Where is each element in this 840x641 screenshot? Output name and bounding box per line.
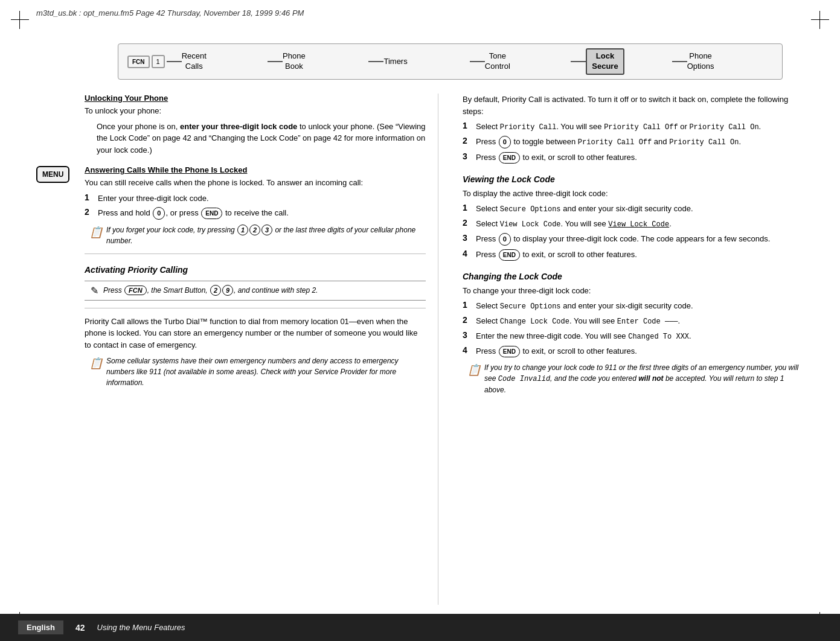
nav-seg-lock-secure[interactable]: LockSecure (586, 48, 672, 75)
content-area: MENU Unlocking Your Phone To unlock your… (36, 94, 804, 605)
step-change-1: 1 Select Secure Options and enter your s… (463, 300, 804, 312)
step-change-3: 3 Enter the new three-digit code. You wi… (463, 330, 804, 342)
step-view-text-4: Press END to exit, or scroll to other fe… (476, 249, 804, 261)
nav-connector-1 (167, 61, 182, 62)
heading-answering-locked: Answering Calls While the Phone Is Locke… (85, 165, 426, 174)
step-view-text-3: Press 0 to display your three-digit lock… (476, 233, 804, 246)
step-view-4: 4 Press END to exit, or scroll to other … (463, 249, 804, 261)
divider-1 (85, 254, 426, 254)
para-priority-desc: Priority Call allows the Turbo Dial™ fun… (85, 316, 426, 351)
heading-unlocking: Unlocking Your Phone (85, 94, 426, 103)
para-answering-intro: You can still receive calls when the pho… (85, 177, 426, 189)
left-sidebar: MENU (36, 94, 66, 605)
nav-connector-4 (470, 61, 485, 62)
para-viewing-intro: To display the active three-digit lock c… (463, 188, 804, 200)
para-priority-default: By default, Priority Call is activated. … (463, 94, 804, 117)
step-change-num-3: 3 (463, 330, 476, 340)
heading-viewing-lock: Viewing the Lock Code (463, 174, 804, 184)
step-view-2: 2 Select View Lock Code. You will see Vi… (463, 218, 804, 230)
nav-connector-3 (368, 61, 383, 62)
nav-label-lock-secure: LockSecure (586, 48, 624, 75)
footer-bar: English 42 Using the Menu Features (0, 614, 840, 641)
nav-icon-1: 1 (152, 55, 165, 68)
nav-seg-phone-book[interactable]: PhoneBook (283, 51, 368, 72)
step-right-num-2: 2 (463, 136, 476, 145)
corner-mark-tl (11, 11, 29, 29)
nav-connector-5 (571, 61, 586, 62)
corner-mark-tr (811, 11, 829, 29)
step-change-text-4: Press END to exit, or scroll to other fe… (476, 345, 804, 357)
footer-page-label: Using the Menu Features (97, 623, 185, 632)
nav-seg-recent-calls[interactable]: RecentCalls (182, 51, 268, 72)
step-view-num-1: 1 (463, 203, 476, 212)
nav-icon-group: FCN 1 (127, 55, 167, 68)
step-view-3: 3 Press 0 to display your three-digit lo… (463, 233, 804, 246)
nav-label-phone-book: PhoneBook (283, 51, 306, 72)
step-left-2: 2 Press and hold 0, or press END to rece… (85, 207, 426, 220)
heading-changing-lock: Changing the Lock Code (463, 272, 804, 281)
nav-connector-6 (672, 61, 687, 62)
step-view-num-2: 2 (463, 218, 476, 228)
nav-connector-2 (268, 61, 283, 62)
nav-seg-tone-control[interactable]: ToneControl (485, 51, 571, 72)
note-icon-3: 📋 (467, 362, 481, 378)
note-lock-code-forgot: 📋 If you forget your lock code, try pres… (85, 225, 426, 246)
step-view-num-3: 3 (463, 233, 476, 243)
step-view-1: 1 Select Secure Options and enter your s… (463, 203, 804, 215)
step-change-num-2: 2 (463, 315, 476, 325)
nav-label-recent-calls: RecentCalls (182, 51, 207, 72)
step-change-text-1: Select Secure Options and enter your six… (476, 300, 804, 312)
note-emergency: 📋 Some cellular systems have their own e… (85, 356, 426, 388)
step-text-2: Press and hold 0, or press END to receiv… (98, 207, 426, 220)
step-left-1: 1 Enter your three-digit lock code. (85, 193, 426, 205)
note-lock-911: 📋 If you try to change your lock code to… (463, 362, 804, 395)
step-right-1: 1 Select Priority Call. You will see Pri… (463, 121, 804, 133)
step-view-text-2: Select View Lock Code. You will see View… (476, 218, 804, 230)
step-change-num-1: 1 (463, 300, 476, 310)
nav-label-phone-options: PhoneOptions (687, 51, 714, 72)
step-change-text-3: Enter the new three-digit code. You will… (476, 330, 804, 342)
para-changing-intro: To change your three-digit lock code: (463, 285, 804, 297)
step-text-1: Enter your three-digit lock code. (98, 193, 426, 205)
step-view-num-4: 4 (463, 249, 476, 258)
step-change-text-2: Select Change Lock Code. You will see En… (476, 315, 804, 327)
step-change-4: 4 Press END to exit, or scroll to other … (463, 345, 804, 357)
nav-seg-phone-options[interactable]: PhoneOptions (687, 51, 773, 72)
press-icon: ✎ (91, 285, 98, 296)
nav-icon-fcn: FCN (127, 56, 150, 68)
footer-page-number: 42 (75, 623, 85, 633)
nav-seg-timers[interactable]: Timers (383, 57, 469, 67)
nav-label-timers: Timers (383, 57, 407, 67)
step-right-2: 2 Press 0 to toggle between Priority Cal… (463, 136, 804, 148)
left-column: Unlocking Your Phone To unlock your phon… (85, 94, 438, 605)
footer-language: English (18, 620, 63, 634)
para-unlock-intro: To unlock your phone: (85, 105, 426, 117)
menu-button[interactable]: MENU (36, 166, 69, 183)
navigation-bar: FCN 1 RecentCalls PhoneBook Timers ToneC… (118, 43, 783, 80)
step-right-num-1: 1 (463, 121, 476, 130)
divider-2 (85, 308, 426, 308)
para-unlock-detail: Once your phone is on, enter your three-… (97, 121, 426, 156)
right-column: By default, Priority Call is activated. … (457, 94, 804, 605)
step-change-2: 2 Select Change Lock Code. You will see … (463, 315, 804, 327)
step-right-num-3: 3 (463, 151, 476, 161)
note-icon: 📋 (89, 225, 103, 241)
nav-label-tone-control: ToneControl (485, 51, 510, 72)
step-view-text-1: Select Secure Options and enter your six… (476, 203, 804, 215)
step-change-num-4: 4 (463, 345, 476, 355)
step-right-text-1: Select Priority Call. You will see Prior… (476, 121, 804, 133)
step-right-3: 3 Press END to exit, or scroll to other … (463, 151, 804, 164)
heading-priority-calling: Activating Priority Calling (85, 265, 426, 275)
file-header: m3td_us.bk : opt_menu.fm5 Page 42 Thursd… (36, 8, 304, 18)
note-icon-2: 📋 (89, 356, 103, 372)
step-right-text-3: Press END to exit, or scroll to other fe… (476, 151, 804, 164)
press-text: Press FCN, the Smart Button, 29, and con… (103, 285, 318, 296)
press-box-priority: ✎ Press FCN, the Smart Button, 29, and c… (85, 281, 426, 301)
step-num-1: 1 (85, 193, 98, 202)
step-num-2: 2 (85, 207, 98, 217)
step-right-text-2: Press 0 to toggle between Priority Call … (476, 136, 804, 148)
